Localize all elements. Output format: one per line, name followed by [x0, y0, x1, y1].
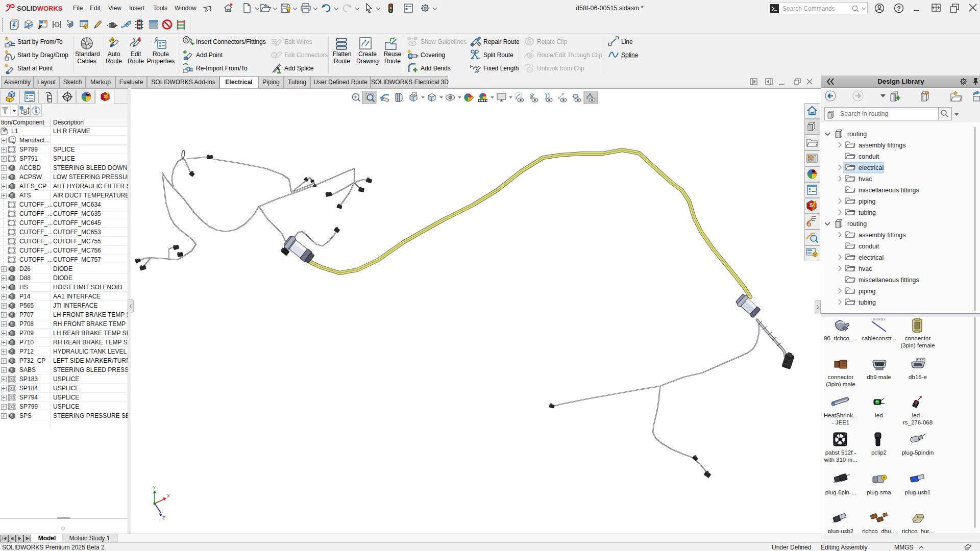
svg-text:ATS: ATS	[19, 192, 31, 199]
svg-text:connector: connector	[828, 374, 854, 380]
svg-text:db15-e: db15-e	[909, 374, 927, 380]
svg-text:routing: routing	[847, 131, 867, 138]
svg-text:L1: L1	[11, 128, 18, 135]
svg-text:conduit: conduit	[859, 243, 879, 250]
svg-text:CUTOFF_MC634: CUTOFF_MC634	[53, 201, 101, 208]
svg-text:db9 male: db9 male	[867, 374, 891, 380]
svg-text:P707: P707	[19, 311, 34, 318]
svg-text:DIODE: DIODE	[53, 265, 72, 272]
svg-text:piping: piping	[859, 288, 875, 295]
svg-text:AHT HYDRAULIC FILTER SW: AHT HYDRAULIC FILTER SW	[53, 183, 128, 190]
svg-text:tubing: tubing	[859, 299, 876, 306]
svg-text:plug-5pindin: plug-5pindin	[902, 449, 934, 456]
svg-text:CUTOFF_MC653: CUTOFF_MC653	[53, 229, 101, 236]
svg-text:electrical: electrical	[859, 254, 884, 261]
svg-text:conduit: conduit	[859, 153, 879, 160]
svg-text:pabst 512f -: pabst 512f -	[825, 449, 856, 456]
svg-text:STEERING PRESSURE SENSO: STEERING PRESSURE SENSO	[53, 412, 128, 419]
svg-text:LH REAR BRAKE TEMP SENS: LH REAR BRAKE TEMP SENS	[53, 330, 128, 337]
svg-text:assembly fittings: assembly fittings	[859, 142, 905, 149]
svg-text:rs_276-068: rs_276-068	[903, 419, 933, 425]
svg-text:SPS: SPS	[19, 412, 32, 419]
svg-text:CUTOFF_...: CUTOFF_...	[19, 247, 53, 254]
svg-text:- JEE1: - JEE1	[832, 419, 850, 425]
svg-text:SP794: SP794	[19, 394, 38, 401]
svg-text:P708: P708	[19, 320, 34, 328]
svg-text:Manufact...: Manufact...	[19, 137, 50, 144]
svg-text:SP184: SP184	[19, 385, 38, 392]
svg-text:USPLICE: USPLICE	[53, 403, 79, 410]
svg-text:AIR DUCT TEMPERATURE SE: AIR DUCT TEMPERATURE SE	[53, 192, 128, 199]
svg-text:RH FRONT BRAKE TEMP SEN: RH FRONT BRAKE TEMP SEN	[53, 320, 128, 328]
svg-text:miscellaneous fittings: miscellaneous fittings	[859, 277, 919, 284]
svg-text:(3pin) male: (3pin) male	[826, 381, 855, 387]
svg-text:CUTOFF_MC756: CUTOFF_MC756	[53, 247, 101, 254]
svg-text:SP791: SP791	[19, 155, 38, 162]
svg-text:HeatShrink...: HeatShrink...	[824, 412, 857, 418]
svg-text:HOIST LIMIT SOLENOID: HOIST LIMIT SOLENOID	[53, 284, 122, 291]
svg-text:ACPSW: ACPSW	[19, 173, 42, 181]
svg-text:HS: HS	[19, 284, 28, 291]
svg-text:pclip2: pclip2	[871, 449, 887, 456]
svg-text:plug-sma: plug-sma	[867, 489, 891, 495]
svg-text:hvac: hvac	[859, 265, 872, 272]
svg-text:SP789: SP789	[19, 146, 38, 153]
svg-text:CUTOFF_...: CUTOFF_...	[19, 219, 53, 227]
svg-text:HYDRAULIC TANK LEVEL SEI: HYDRAULIC TANK LEVEL SEI	[53, 348, 128, 355]
svg-text:CUTOFF_...: CUTOFF_...	[19, 210, 53, 217]
svg-text:LEFT SIDE MARKER/TURN LI: LEFT SIDE MARKER/TURN LI	[53, 357, 128, 364]
svg-text:Z: Z	[162, 515, 165, 520]
svg-text:hvac: hvac	[859, 176, 872, 183]
svg-text:SP799: SP799	[19, 403, 38, 410]
svg-text:SP183: SP183	[19, 375, 38, 383]
svg-text:ATFS_CP: ATFS_CP	[19, 183, 46, 190]
svg-text:RH REAR BRAKE TEMP SENS: RH REAR BRAKE TEMP SENS	[53, 339, 128, 346]
svg-text:tubing: tubing	[859, 209, 876, 216]
svg-text:!: !	[287, 8, 288, 13]
svg-text:assembly fittings: assembly fittings	[859, 232, 905, 239]
svg-text:led: led	[875, 412, 883, 418]
svg-text:ACCBD: ACCBD	[19, 164, 41, 171]
svg-text:richco_dhu...: richco_dhu...	[862, 528, 896, 533]
svg-text:SPLICE: SPLICE	[53, 146, 75, 153]
svg-text:CUTOFF_...: CUTOFF_...	[19, 201, 53, 208]
svg-text:P710: P710	[19, 339, 34, 346]
svg-text:Y: Y	[153, 485, 156, 490]
svg-text:JTI INTERFACE: JTI INTERFACE	[53, 302, 97, 309]
svg-text:with 310 m...: with 310 m...	[823, 457, 857, 463]
svg-text:CUTOFF_...: CUTOFF_...	[19, 238, 53, 245]
svg-text:90_richco_...: 90_richco_...	[824, 335, 857, 341]
svg-text:AA1 INTERFACE: AA1 INTERFACE	[53, 293, 101, 300]
svg-text:CUTOFF_MC645: CUTOFF_MC645	[53, 219, 101, 227]
svg-text:richco_hur...: richco_hur...	[902, 528, 934, 533]
svg-text:STEERING BLEED DOWN SOI: STEERING BLEED DOWN SOI	[53, 164, 128, 171]
svg-text:10 GA BLK: 10 GA BLK	[873, 318, 886, 321]
svg-text:LH R FRAME: LH R FRAME	[53, 128, 90, 135]
svg-text:USPLICE: USPLICE	[53, 375, 79, 383]
svg-text:plug-6pin-...: plug-6pin-...	[825, 489, 856, 495]
svg-text:LH FRONT BRAKE TEMP SEN: LH FRONT BRAKE TEMP SEN	[53, 311, 128, 318]
svg-text:electrical: electrical	[859, 164, 884, 171]
svg-text:SABS: SABS	[19, 366, 36, 373]
svg-text:cableconstr...: cableconstr...	[862, 335, 896, 341]
svg-text:LOW STEERING PRESSURE Sʼ: LOW STEERING PRESSURE Sʼ	[53, 173, 128, 181]
svg-text:plug-usb2: plug-usb2	[828, 528, 854, 533]
svg-text:CUTOFF_...: CUTOFF_...	[19, 229, 53, 236]
svg-text:SOLIDWORKS: SOLIDWORKS	[17, 5, 63, 12]
svg-text:P14: P14	[19, 293, 31, 300]
svg-text:X: X	[167, 493, 170, 498]
svg-text:USPLICE: USPLICE	[53, 394, 79, 401]
svg-text:DIODE: DIODE	[53, 274, 72, 282]
svg-text:D26: D26	[19, 265, 31, 272]
svg-text:?: ?	[897, 5, 901, 12]
svg-text:USPLICE: USPLICE	[53, 385, 79, 392]
svg-text:D88: D88	[19, 274, 31, 282]
svg-text:piping: piping	[859, 198, 875, 205]
svg-text:CUTOFF_...: CUTOFF_...	[19, 256, 53, 263]
svg-text:(3pin) female: (3pin) female	[900, 342, 935, 348]
svg-text:P732_CP: P732_CP	[19, 357, 45, 364]
svg-text:STEERING BLEED PRESSURE: STEERING BLEED PRESSURE	[53, 366, 128, 373]
svg-text:led -: led -	[912, 412, 924, 418]
svg-text:CUTOFF_MC757: CUTOFF_MC757	[53, 256, 101, 263]
svg-text:CUTOFF_MC755: CUTOFF_MC755	[53, 238, 101, 245]
